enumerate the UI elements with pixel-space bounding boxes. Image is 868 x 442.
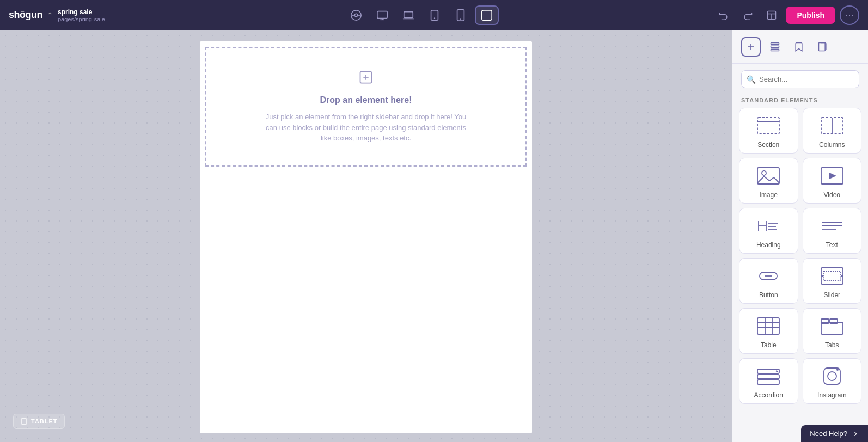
mobile-view-button[interactable] — [449, 5, 473, 25]
svg-rect-47 — [823, 271, 841, 281]
element-image[interactable]: Image — [739, 158, 798, 204]
element-button[interactable]: Button — [739, 258, 798, 304]
element-video[interactable]: Video — [803, 158, 862, 204]
element-text[interactable]: Text — [803, 208, 862, 254]
bookmark-button[interactable] — [789, 37, 809, 57]
pages-button[interactable] — [813, 37, 833, 57]
tablet-badge: TABLET — [13, 414, 65, 429]
drop-zone[interactable]: Drop an element here! Just pick an eleme… — [205, 47, 527, 167]
section-icon — [755, 115, 782, 137]
button-label: Button — [759, 291, 778, 299]
svg-rect-44 — [821, 268, 843, 284]
svg-point-61 — [836, 369, 839, 371]
add-element-button[interactable] — [741, 37, 761, 57]
search-icon: 🔍 — [747, 75, 756, 84]
need-help-bar[interactable]: Need Help? — [801, 425, 868, 442]
more-options-button[interactable]: ··· — [840, 5, 859, 25]
svg-rect-4 — [377, 11, 387, 18]
element-instagram[interactable]: Instagram — [803, 358, 862, 404]
button-icon — [755, 265, 782, 287]
element-tabs[interactable]: Tabs — [803, 308, 862, 354]
element-columns[interactable]: Columns — [803, 108, 862, 154]
svg-point-60 — [828, 372, 836, 380]
svg-rect-21 — [771, 43, 779, 45]
video-label: Video — [824, 191, 840, 199]
element-slider[interactable]: Slider — [803, 258, 862, 304]
canvas-page: Drop an element here! Just pick an eleme… — [200, 41, 532, 433]
tabs-label: Tabs — [825, 341, 839, 349]
accordion-label: Accordion — [754, 391, 783, 399]
columns-icon — [818, 115, 846, 137]
undo-button[interactable] — [714, 5, 733, 25]
custom-view-button[interactable] — [475, 5, 499, 25]
site-path: pages/spring-sale — [58, 16, 105, 22]
sections-button[interactable] — [765, 37, 785, 57]
heading-label: Heading — [756, 241, 781, 249]
svg-rect-62 — [22, 418, 26, 425]
drop-desc: Just pick an element from the right side… — [262, 112, 469, 144]
image-icon — [755, 165, 782, 187]
search-box: 🔍 — [741, 70, 859, 88]
main-content: Drop an element here! Just pick an eleme… — [0, 30, 868, 442]
svg-rect-29 — [757, 168, 779, 184]
topbar-left: shōgun ⌃ spring sale pages/spring-sale — [9, 8, 129, 22]
svg-rect-53 — [821, 322, 843, 334]
search-input[interactable] — [741, 70, 859, 88]
elements-section-label: STANDARD ELEMENTS — [732, 95, 868, 108]
view-switcher — [129, 5, 714, 25]
table-icon — [755, 315, 782, 337]
site-name: spring sale — [58, 8, 105, 16]
topbar-right: Publish ··· — [714, 5, 859, 25]
logo: shōgun — [9, 9, 42, 21]
element-section[interactable]: Section — [739, 108, 798, 154]
svg-rect-22 — [771, 46, 779, 47]
slider-label: Slider — [823, 291, 840, 299]
drop-title: Drop an element here! — [320, 95, 412, 105]
svg-point-1 — [354, 14, 358, 17]
svg-rect-25 — [757, 118, 779, 134]
video-icon — [818, 165, 846, 187]
element-accordion[interactable]: Accordion — [739, 358, 798, 404]
svg-rect-7 — [404, 11, 413, 17]
text-label: Text — [826, 241, 838, 249]
redo-button[interactable] — [738, 5, 757, 25]
drop-icon — [358, 70, 374, 89]
layout-button[interactable] — [762, 5, 781, 25]
need-help-label: Need Help? — [810, 429, 847, 438]
publish-button[interactable]: Publish — [786, 7, 835, 24]
elements-grid: Section Columns — [732, 108, 868, 410]
element-table[interactable]: Table — [739, 308, 798, 354]
svg-rect-12 — [482, 10, 492, 20]
right-sidebar: 🔍 STANDARD ELEMENTS Section — [732, 30, 868, 442]
svg-rect-58 — [757, 380, 779, 384]
instagram-icon — [818, 365, 846, 387]
image-label: Image — [760, 191, 778, 199]
canvas-area: Drop an element here! Just pick an eleme… — [0, 30, 732, 442]
element-heading[interactable]: Heading — [739, 208, 798, 254]
columns-label: Columns — [819, 141, 845, 149]
svg-rect-48 — [757, 318, 779, 334]
section-label: Section — [757, 141, 779, 149]
table-label: Table — [761, 341, 777, 349]
instagram-label: Instagram — [817, 391, 846, 399]
svg-rect-57 — [757, 375, 779, 379]
svg-point-30 — [762, 171, 766, 175]
svg-rect-23 — [771, 49, 779, 51]
tabs-icon — [818, 315, 846, 337]
desktop-view-button[interactable] — [370, 5, 394, 25]
tablet-view-button[interactable] — [423, 5, 447, 25]
accordion-icon — [755, 365, 782, 387]
svg-rect-24 — [819, 43, 826, 51]
sidebar-top-icons — [732, 30, 868, 64]
topbar: shōgun ⌃ spring sale pages/spring-sale — [0, 0, 868, 30]
text-icon — [818, 215, 846, 237]
heading-icon — [755, 215, 782, 237]
slider-icon — [818, 265, 846, 287]
tablet-label: TABLET — [31, 418, 58, 425]
brand-chevron-icon[interactable]: ⌃ — [47, 11, 53, 20]
laptop-view-button[interactable] — [396, 5, 420, 25]
site-info[interactable]: spring sale pages/spring-sale — [58, 8, 105, 22]
preview-view-button[interactable] — [344, 5, 368, 25]
svg-marker-32 — [829, 173, 836, 179]
